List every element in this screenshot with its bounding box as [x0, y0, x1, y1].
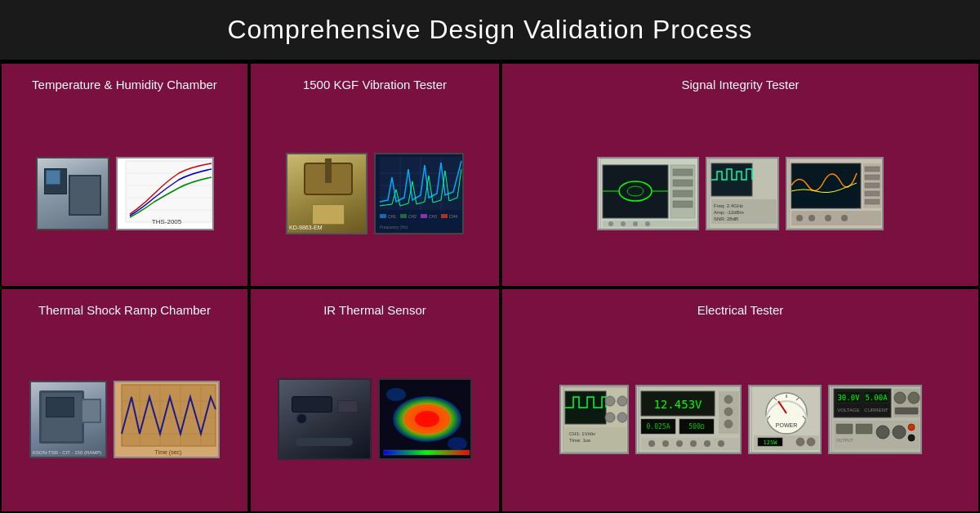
svg-text:THS-2005: THS-2005 — [151, 218, 181, 225]
svg-text:Time: 1us: Time: 1us — [569, 438, 590, 443]
page-title: Comprehensive Design Validation Process — [0, 15, 980, 45]
elec-img4: 30.0V 5.00A VOLTAGE CURRENT — [828, 385, 922, 454]
temp-humidity-img2: THS-2005 — [116, 157, 214, 230]
svg-text:12.453V: 12.453V — [653, 398, 702, 411]
svg-point-39 — [633, 221, 638, 226]
svg-text:CURRENT: CURRENT — [864, 408, 889, 413]
svg-rect-55 — [865, 191, 880, 196]
svg-point-61 — [841, 215, 848, 221]
main-container: Comprehensive Design Validation Process … — [0, 0, 980, 513]
ir-thermal-title: IR Thermal Sensor — [251, 289, 499, 330]
svg-text:5.00A: 5.00A — [865, 394, 888, 402]
svg-point-59 — [808, 215, 815, 221]
svg-point-134 — [908, 392, 920, 404]
svg-point-37 — [608, 221, 613, 226]
svg-point-141 — [908, 424, 915, 430]
svg-point-121 — [796, 438, 804, 446]
electrical-images: CH1: 1V/div Time: 1us — [502, 330, 978, 511]
elec-img2: 12.453V 0.025A 500Ω — [635, 385, 742, 454]
signal-img1 — [597, 157, 699, 230]
svg-point-76 — [386, 388, 406, 401]
svg-rect-16 — [400, 214, 407, 218]
electrical-title: Electrical Tester — [502, 289, 978, 330]
svg-text:VOLTAGE: VOLTAGE — [837, 408, 859, 413]
thermal-shock-img2: Time (sec) — [114, 381, 220, 458]
svg-rect-101 — [641, 438, 739, 450]
electrical-cell: Electrical Tester CH1: 1V/div Time: 1us — [501, 288, 980, 513]
svg-text:500Ω: 500Ω — [688, 423, 704, 430]
ir-thermal-cell: IR Thermal Sensor — [249, 288, 501, 513]
kson-label: KSON-TSR - CIT - 150 (RAMP) — [33, 450, 101, 455]
signal-integrity-images: Freq: 2.4GHz Amp: -12dBm SNR: 28dB — [502, 105, 978, 286]
svg-point-103 — [662, 440, 669, 447]
svg-rect-34 — [673, 190, 693, 197]
vibration-img2: CH1 CH2 CH3 CH4 Frequency (Hz) — [374, 153, 464, 234]
svg-text:CH2: CH2 — [408, 214, 416, 219]
thermal-shock-cell: Thermal Shock Ramp Chamber KSON-TSR - CI… — [0, 288, 249, 513]
thermal-shock-img1: KSON-TSR - CIT - 150 (RAMP) — [29, 381, 107, 458]
temp-humidity-img1 — [36, 157, 109, 230]
signal-integrity-cell: Signal Integrity Tester — [501, 62, 980, 288]
temp-humidity-title: Temperature & Humidity Chamber — [2, 64, 247, 105]
svg-point-77 — [448, 437, 467, 450]
vibration-images: KD-9863-EM — [251, 105, 499, 286]
svg-point-75 — [415, 411, 439, 427]
header: Comprehensive Design Validation Process — [0, 0, 980, 62]
svg-point-105 — [690, 440, 697, 447]
svg-text:Amp: -12dBm: Amp: -12dBm — [714, 210, 744, 215]
svg-rect-135 — [895, 408, 918, 414]
signal-img3 — [786, 157, 884, 230]
svg-point-87 — [605, 413, 615, 422]
svg-text:SNR: 28dB: SNR: 28dB — [714, 216, 738, 221]
thermal-shock-images: KSON-TSR - CIT - 150 (RAMP) — [2, 330, 247, 511]
svg-point-104 — [676, 440, 683, 447]
svg-point-85 — [605, 396, 615, 406]
kd-label: KD-9863-EM — [289, 225, 322, 230]
svg-text:Time (sec): Time (sec) — [155, 449, 182, 456]
temp-humidity-cell: Temperature & Humidity Chamber — [0, 62, 249, 288]
thermal-shock-title: Thermal Shock Ramp Chamber — [2, 289, 247, 330]
svg-rect-53 — [865, 175, 880, 180]
svg-rect-78 — [384, 450, 470, 455]
svg-point-106 — [704, 440, 710, 447]
signal-integrity-title: Signal Integrity Tester — [502, 64, 978, 105]
elec-img3: POWER 125W — [748, 385, 822, 454]
ir-thermal-images — [251, 330, 499, 511]
svg-rect-17 — [421, 214, 427, 218]
svg-text:Frequency (Hz): Frequency (Hz) — [380, 225, 408, 230]
svg-point-98 — [724, 395, 733, 404]
svg-point-60 — [825, 215, 831, 221]
svg-text:CH3: CH3 — [429, 214, 437, 219]
vibration-cell: 1500 KGF Vibration Tester KD-9863-EM — [249, 62, 501, 288]
svg-text:OUTPUT: OUTPUT — [836, 438, 853, 443]
svg-point-40 — [645, 221, 650, 226]
svg-text:125W: 125W — [763, 439, 777, 446]
svg-point-86 — [617, 396, 627, 406]
svg-rect-138 — [856, 424, 872, 434]
svg-point-38 — [621, 221, 626, 226]
signal-img2: Freq: 2.4GHz Amp: -12dBm SNR: 28dB — [706, 157, 779, 230]
svg-point-122 — [807, 438, 815, 446]
svg-rect-57 — [791, 211, 881, 225]
svg-text:CH1: CH1 — [388, 214, 396, 219]
svg-text:CH4: CH4 — [449, 214, 457, 219]
svg-rect-33 — [673, 180, 693, 186]
svg-point-100 — [724, 420, 733, 428]
ir-img2 — [378, 378, 472, 460]
svg-text:Freq: 2.4GHz: Freq: 2.4GHz — [714, 203, 743, 208]
svg-rect-15 — [380, 214, 386, 218]
svg-rect-137 — [836, 424, 853, 434]
svg-rect-18 — [441, 214, 448, 218]
vibration-title: 1500 KGF Vibration Tester — [251, 64, 499, 105]
svg-point-142 — [908, 435, 915, 441]
svg-rect-54 — [865, 183, 880, 188]
svg-point-139 — [876, 426, 889, 439]
svg-rect-35 — [673, 201, 693, 207]
svg-point-88 — [617, 413, 627, 422]
svg-text:CH1: 1V/div: CH1: 1V/div — [569, 431, 595, 436]
svg-text:POWER: POWER — [775, 422, 796, 428]
ir-img1 — [278, 378, 372, 460]
svg-point-99 — [724, 408, 733, 416]
svg-point-102 — [648, 440, 655, 447]
vibration-img1: KD-9863-EM — [286, 153, 368, 234]
